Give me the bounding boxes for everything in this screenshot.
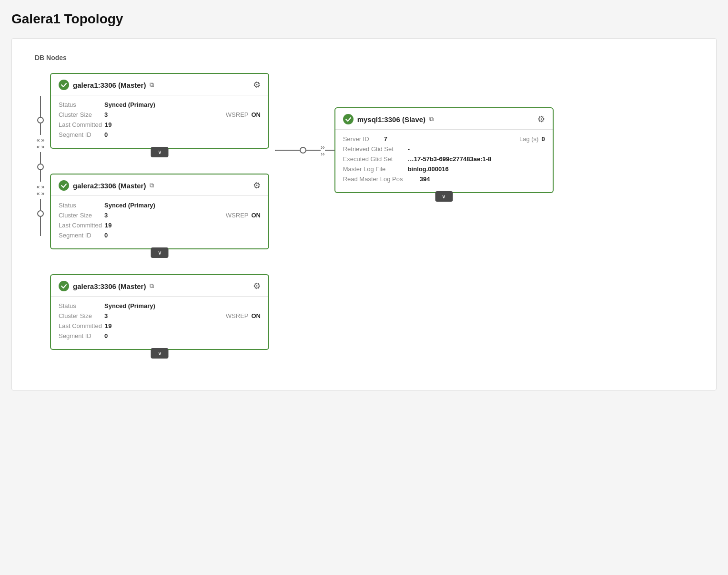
- galera3-committed-value: 19: [105, 322, 111, 329]
- mysql1-chevron: ∨: [442, 193, 446, 200]
- mysql1-status-icon: [343, 114, 354, 124]
- galera3-status-label: Status: [59, 302, 101, 309]
- galera2-node: galera2:3306 (Master) ⧉ ⚙ Status Synced …: [50, 174, 269, 249]
- mysql1-masterfile-label: Master Log File: [343, 165, 405, 173]
- galera3-dot: [37, 210, 44, 217]
- galera3-committed-label: Last Committed: [59, 322, 102, 329]
- section-label: DB Nodes: [35, 54, 693, 62]
- galera2-committed-row: Last Committed 19: [59, 222, 261, 229]
- galera3-segment-row: Segment ID 0: [59, 332, 261, 339]
- galera1-cluster-value: 3: [104, 111, 108, 118]
- mysql1-lag-label: Lag (s): [519, 135, 538, 143]
- galera2-wsrep-label: WSREP: [226, 212, 249, 219]
- galera2-title-group: galera2:3306 (Master) ⧉: [59, 180, 154, 191]
- galera1-segment-row: Segment ID 0: [59, 131, 261, 138]
- galera2-committed-label: Last Committed: [59, 222, 102, 229]
- galera1-node: galera1:3306 (Master) ⧉ ⚙ Status Synced …: [50, 73, 269, 149]
- galera1-cluster-label: Cluster Size: [59, 111, 101, 118]
- galera1-committed-row: Last Committed 19: [59, 121, 261, 128]
- galera1-wsrep-value: ON: [252, 111, 261, 118]
- galera1-expand-btn[interactable]: ∨: [151, 147, 169, 157]
- galera1-header: galera1:3306 (Master) ⧉ ⚙: [51, 74, 268, 95]
- mysql1-executed-row: Executed Gtid Set …17-57b3-699c277483ae:…: [343, 155, 545, 163]
- galera1-status-icon: [59, 80, 69, 90]
- galera1-dot: [37, 117, 44, 123]
- galera2-expand-inner[interactable]: ∨: [151, 247, 169, 258]
- galera3-wsrep-value: ON: [252, 312, 261, 319]
- mysql1-card: mysql1:3306 (Slave) ⧉ ⚙ Server ID 7 Lag …: [334, 107, 554, 193]
- galera1-expand-inner[interactable]: ∨: [151, 147, 169, 157]
- galera3-cluster-value: 3: [104, 312, 108, 319]
- galera1-name: galera1:3306 (Master): [73, 81, 146, 89]
- galera2-cluster-row: Cluster Size 3 WSREP ON: [59, 212, 261, 219]
- galera3-expand-inner[interactable]: ∨: [151, 348, 169, 359]
- galera1-chevron: ∨: [158, 149, 162, 155]
- galera3-status-value: Synced (Primary): [104, 302, 155, 309]
- galera1-gear-icon[interactable]: ⚙: [253, 80, 261, 90]
- galera1-body: Status Synced (Primary) Cluster Size 3 W…: [51, 95, 268, 148]
- galera2-gear-icon[interactable]: ⚙: [253, 180, 261, 191]
- mysql1-readmaster-value: 394: [420, 175, 430, 183]
- galera1-status-value: Synced (Primary): [104, 101, 155, 108]
- galera3-wsrep-label: WSREP: [226, 312, 249, 319]
- galera2-header: galera2:3306 (Master) ⧉ ⚙: [51, 175, 268, 196]
- mysql1-header: mysql1:3306 (Slave) ⧉ ⚙: [335, 108, 553, 130]
- mysql1-gear-icon[interactable]: ⚙: [537, 114, 545, 124]
- galera2-name: galera2:3306 (Master): [73, 182, 146, 190]
- vertical-spine: «» «» «» «»: [35, 73, 46, 236]
- galera1-wsrep-label: WSREP: [226, 111, 249, 118]
- galera1-title-group: galera1:3306 (Master) ⧉: [59, 80, 154, 90]
- mysql1-expand-btn[interactable]: ∨: [435, 191, 453, 202]
- galera3-title-group: galera3:3306 (Master) ⧉: [59, 281, 154, 291]
- galera1-card: galera1:3306 (Master) ⧉ ⚙ Status Synced …: [50, 73, 269, 149]
- galera1-status-label: Status: [59, 101, 101, 108]
- galera2-external-link-icon[interactable]: ⧉: [150, 182, 154, 189]
- galera2-status-icon: [59, 180, 69, 191]
- mysql1-external-link-icon[interactable]: ⧉: [429, 115, 434, 123]
- double-arrow-1-2: «» «»: [37, 135, 44, 152]
- galera2-committed-value: 19: [105, 222, 111, 229]
- galera3-header: galera3:3306 (Master) ⧉ ⚙: [51, 275, 268, 297]
- mysql1-masterfile-row: Master Log File binlog.000016: [343, 165, 545, 173]
- mysql1-serverid-row: Server ID 7 Lag (s) 0: [343, 135, 545, 143]
- mysql1-retrieved-row: Retrieved Gtid Set -: [343, 145, 545, 153]
- galera3-status-row: Status Synced (Primary): [59, 302, 261, 309]
- galera3-chevron: ∨: [158, 350, 162, 357]
- mysql1-retrieved-value: -: [408, 145, 410, 153]
- galera3-gear-icon[interactable]: ⚙: [253, 281, 261, 291]
- h-line-2: [306, 150, 321, 151]
- galera3-name: galera3:3306 (Master): [73, 282, 146, 290]
- galera3-status-icon: [59, 281, 69, 291]
- h-connector-row: ›› ››: [275, 107, 554, 193]
- mysql1-serverid-value: 7: [384, 135, 387, 143]
- h-line-3: [325, 150, 334, 151]
- galera2-expand-btn[interactable]: ∨: [151, 247, 169, 258]
- double-arrow-2-3: «» «»: [37, 182, 44, 199]
- galera1-segment-value: 0: [104, 131, 108, 138]
- galera2-status-label: Status: [59, 202, 101, 209]
- galera3-segment-label: Segment ID: [59, 332, 101, 339]
- galera2-status-row: Status Synced (Primary): [59, 202, 261, 209]
- mysql1-body: Server ID 7 Lag (s) 0 Retrieved Gtid Set…: [335, 130, 553, 192]
- galera2-dot: [37, 164, 44, 170]
- galera1-segment-label: Segment ID: [59, 131, 101, 138]
- galera2-wsrep-value: ON: [252, 212, 261, 219]
- galera1-committed-value: 19: [105, 121, 111, 128]
- galera1-external-link-icon[interactable]: ⧉: [150, 81, 154, 89]
- connection-dot: [300, 147, 306, 154]
- double-right-arrow: ›› ››: [321, 144, 325, 157]
- mysql1-lag-value: 0: [541, 135, 545, 143]
- mysql1-readmaster-row: Read Master Log Pos 394: [343, 175, 545, 183]
- galera3-expand-btn[interactable]: ∨: [151, 348, 169, 359]
- galera3-external-link-icon[interactable]: ⧉: [150, 282, 154, 290]
- mysql1-readmaster-label: Read Master Log Pos: [343, 175, 417, 183]
- galera3-cluster-row: Cluster Size 3 WSREP ON: [59, 312, 261, 319]
- galera2-status-value: Synced (Primary): [104, 202, 155, 209]
- mysql1-executed-label: Executed Gtid Set: [343, 155, 405, 163]
- galera3-cluster-label: Cluster Size: [59, 312, 101, 319]
- galera2-body: Status Synced (Primary) Cluster Size 3 W…: [51, 196, 268, 248]
- mysql1-expand-inner[interactable]: ∨: [435, 191, 453, 202]
- galera1-cluster-row: Cluster Size 3 WSREP ON: [59, 111, 261, 118]
- mysql1-masterfile-value: binlog.000016: [408, 165, 449, 173]
- mysql1-retrieved-label: Retrieved Gtid Set: [343, 145, 405, 153]
